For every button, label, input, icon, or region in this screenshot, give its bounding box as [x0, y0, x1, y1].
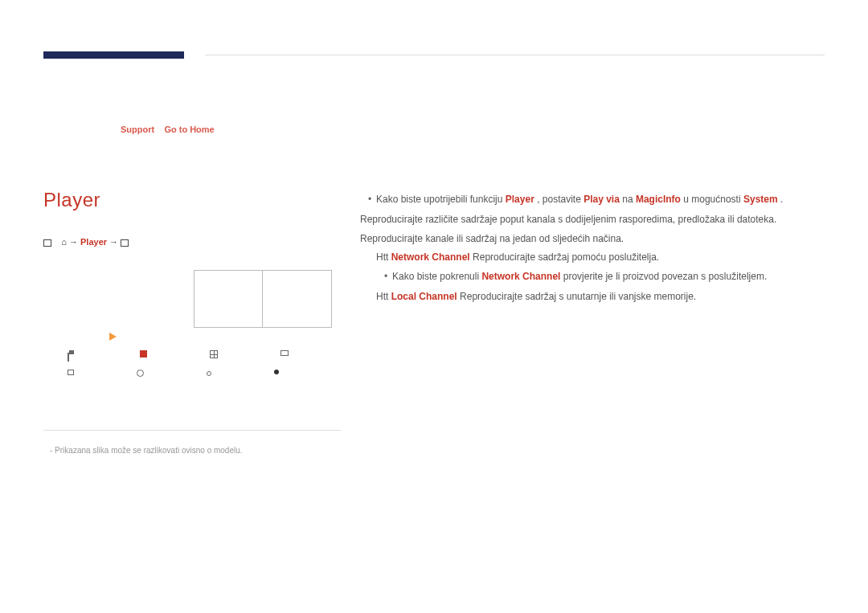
enter-icon [121, 239, 129, 247]
play-icon [109, 333, 117, 341]
term-magicinfo: MagicInfo [636, 194, 681, 205]
chapter-bar [43, 51, 184, 59]
local-channel-item: Htt Local Channel Reproducirajte sadržaj… [360, 288, 829, 304]
section-divider [43, 430, 341, 431]
breadcrumb-support: Support [121, 125, 154, 134]
player-navigation: ⌂ → Player → [43, 237, 341, 247]
controls-row-2 [68, 370, 341, 377]
preview-cell-2 [263, 270, 332, 328]
grid-icon [210, 350, 218, 358]
paragraph-2: Reproducirajte kanale ili sadržaj na jed… [360, 231, 829, 247]
term-system: System [743, 194, 778, 205]
text: , postavite [537, 194, 583, 205]
circle-icon [137, 370, 144, 377]
term-player: Player [506, 194, 534, 205]
preview-thumbnails [194, 270, 341, 328]
square-icon [68, 370, 74, 375]
rect-icon [280, 350, 289, 356]
text: Reproducirajte sadržaj s unutarnje ili v… [460, 291, 696, 302]
footnote: - Prikazana slika može se razlikovati ov… [50, 446, 243, 455]
bullet-usage: Kako biste upotrijebili funkciju Player … [360, 191, 829, 207]
term-local-channel: Local Channel [391, 291, 457, 302]
top-rule [205, 55, 825, 55]
breadcrumb-goto: Go to Home [164, 125, 214, 134]
preview-area [43, 270, 341, 377]
preview-cell-1 [194, 270, 263, 328]
player-title: Player [43, 189, 341, 211]
text: Htt [376, 291, 388, 302]
term-playvia: Play via [583, 194, 620, 205]
house-icon: ⌂ [61, 237, 67, 247]
flag-icon [68, 350, 77, 360]
text: na [622, 194, 636, 205]
term-network-channel: Network Channel [391, 251, 470, 263]
stop-icon [140, 350, 147, 358]
text: Kako biste pokrenuli [392, 271, 481, 282]
player-section: Player ⌂ → Player → [43, 189, 341, 247]
term-network-channel: Network Channel [481, 271, 560, 282]
network-channel-item: Htt Network Channel Reproducirajte sadrž… [360, 249, 829, 265]
dot-icon [274, 370, 279, 374]
text: . [780, 194, 783, 205]
controls-row-1 [68, 350, 341, 360]
home-icon [43, 239, 51, 247]
text: Reproducirajte sadržaj pomoću poslužitel… [473, 251, 659, 263]
text: provjerite je li proizvod povezan s posl… [563, 271, 767, 282]
paragraph-1: Reproducirajte različite sadržaje poput … [360, 211, 829, 227]
small-circle-icon [207, 371, 211, 376]
text: u mogućnosti [683, 194, 743, 205]
text: Kako biste upotrijebili funkciju [376, 194, 506, 205]
sub-bullet-network: Kako biste pokrenuli Network Channel pro… [360, 268, 829, 284]
text: Htt [376, 251, 388, 263]
player-nav-label: Player [80, 237, 107, 247]
breadcrumb: Support Go to Home [121, 125, 868, 134]
description-content: Kako biste upotrijebili funkciju Player … [360, 191, 829, 307]
